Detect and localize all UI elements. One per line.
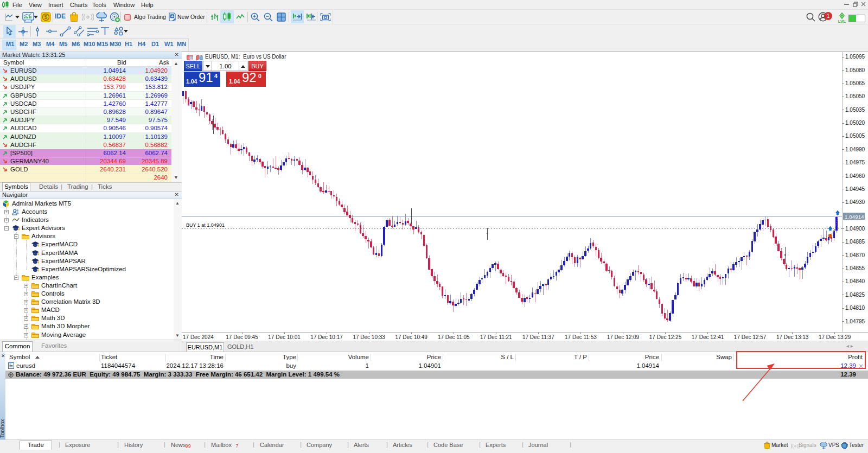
- svg-text:LVL: LVL: [838, 19, 846, 23]
- svg-text:$: $: [44, 14, 48, 20]
